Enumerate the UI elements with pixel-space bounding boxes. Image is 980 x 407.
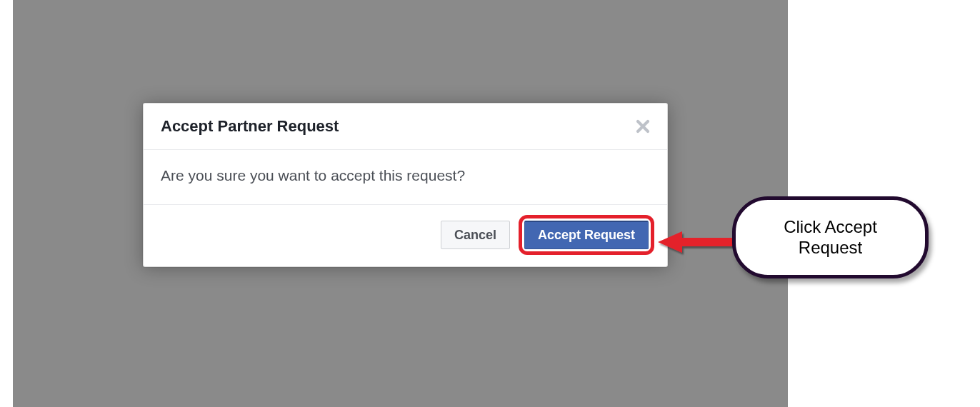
cancel-button[interactable]: Cancel xyxy=(441,221,510,249)
dialog-header: Accept Partner Request xyxy=(144,104,667,150)
screenshot-stage: Accept Partner Request Are you sure you … xyxy=(0,0,980,407)
svg-marker-0 xyxy=(658,231,736,253)
instruction-callout: Click Accept Request xyxy=(732,196,929,278)
dialog-body-text: Are you sure you want to accept this req… xyxy=(144,150,667,205)
arrow-left-icon xyxy=(658,230,736,260)
accept-partner-request-dialog: Accept Partner Request Are you sure you … xyxy=(143,103,668,267)
close-icon[interactable] xyxy=(633,116,653,136)
highlight-ring: Accept Request xyxy=(519,215,654,255)
dialog-title: Accept Partner Request xyxy=(161,117,339,136)
dialog-footer: Cancel Accept Request xyxy=(144,205,667,266)
accept-request-button[interactable]: Accept Request xyxy=(524,221,649,249)
